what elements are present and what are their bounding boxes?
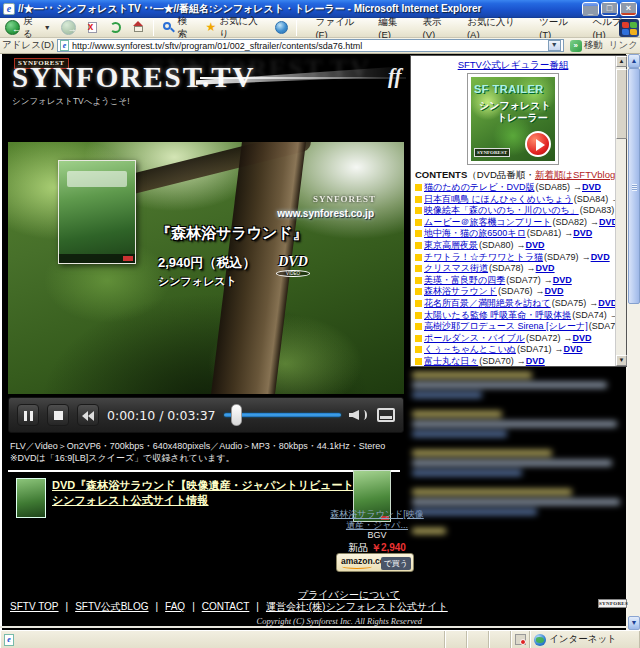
content-title-link[interactable]: 東京高層夜景 <box>424 240 478 250</box>
content-title-link[interactable]: ムービー＠旅客機コンプリート <box>424 217 551 227</box>
video-overlay-brand: シンフォレスト <box>158 274 237 289</box>
content-dvd-link[interactable]: DVD <box>545 286 564 296</box>
address-dropdown-icon[interactable]: ▼ <box>548 40 561 51</box>
bullet-icon <box>415 242 422 249</box>
content-title-link[interactable]: 美瑛・富良野の四季 <box>424 275 505 285</box>
status-bar: e インターネット <box>0 630 640 648</box>
volume-button[interactable] <box>349 407 369 423</box>
content-title-link[interactable]: 花名所百景／満開絶景を訪ねて <box>424 298 551 308</box>
footer-link[interactable]: FAQ <box>165 601 185 612</box>
browser-scrollbar[interactable]: ▲ ▼ <box>628 54 640 630</box>
back-button[interactable]: ← 戻る▼ <box>0 19 56 37</box>
footer-link[interactable]: CONTACT <box>202 601 250 612</box>
content-title-link[interactable]: 富士丸な日々 <box>424 356 478 366</box>
links-label[interactable]: リンク <box>609 39 638 52</box>
content-code: (SDA85) <box>535 182 570 192</box>
content-dvd-link[interactable]: DVD <box>591 252 610 262</box>
video-watermark-brand: SYNFOREST <box>313 194 376 204</box>
seek-bar[interactable] <box>224 408 341 422</box>
browser-scrollbar-thumb[interactable] <box>628 68 640 304</box>
pause-icon <box>24 411 27 421</box>
iframe-scrollbar-thumb[interactable] <box>616 69 627 139</box>
pause-button[interactable] <box>17 404 39 426</box>
iframe-scrollbar[interactable]: ▲ ▼ <box>615 56 626 366</box>
privacy-link[interactable]: プライバシーについて <box>298 589 400 600</box>
search-button[interactable]: 検索 <box>157 19 201 37</box>
content-dvd-link[interactable]: DVD <box>553 275 572 285</box>
content-code: (SDA76) <box>498 286 533 296</box>
dvd-thumbnail[interactable] <box>16 478 46 518</box>
list-item: 猫のためのテレビ・DVD版(SDA85)→DVD <box>415 182 615 194</box>
forward-button[interactable]: → <box>56 19 81 37</box>
scroll-down-icon[interactable]: ▼ <box>616 355 627 366</box>
content-dvd-link[interactable]: DVD <box>572 333 591 343</box>
rewind-button[interactable] <box>77 404 99 426</box>
content-dvd-link[interactable]: DVD <box>563 344 582 354</box>
content-title-link[interactable]: チワトラ！☆チワワとトラ猫 <box>424 252 543 262</box>
amazon-buy-button[interactable]: amazon.co.jp で買う <box>336 553 414 572</box>
ie-logo-icon: e <box>3 3 15 15</box>
bullet-icon <box>415 288 422 295</box>
globe-icon <box>534 634 546 646</box>
trailer-thumbnail[interactable]: SF TRAILER シンフォレスト トレーラー SYNFOREST <box>467 73 559 165</box>
official-site-link[interactable]: シンフォレスト公式サイト情報 <box>52 493 209 508</box>
content-title-link[interactable]: 森林浴サラウンド <box>424 286 497 296</box>
home-button[interactable] <box>127 19 150 37</box>
go-button[interactable]: » 移動 <box>567 39 606 52</box>
address-input[interactable]: e http://www.synforest.tv/sftv/program/0… <box>57 39 564 52</box>
content-dvd-link[interactable]: DVD <box>573 228 592 238</box>
scroll-up-icon[interactable]: ▲ <box>616 56 627 67</box>
forward-icon: → <box>61 20 76 35</box>
list-item: 高樹沙耶プロデュース Sirena [シレーナ](SDA73)→DVD <box>415 321 615 333</box>
home-icon <box>132 21 145 34</box>
content-title-link[interactable]: くぅ～ちゃんとこいぬ <box>424 344 516 354</box>
content-dvd-link[interactable]: DVD <box>599 217 615 227</box>
content-dvd-link[interactable]: DVD <box>526 356 545 366</box>
bullet-icon <box>415 196 422 203</box>
stop-playback-icon <box>54 411 63 420</box>
content-dvd-link[interactable]: DVD <box>598 298 615 308</box>
content-code: (SDA81) <box>527 228 562 238</box>
content-dvd-link[interactable]: DVD <box>536 263 555 273</box>
scroll-up-icon[interactable]: ▲ <box>628 54 640 68</box>
content-title-link[interactable]: 太陽いたる監修 呼吸革命・呼吸体操 <box>424 310 571 320</box>
sftvblog-link[interactable]: 新着順はSFTVblogでチェック） <box>535 169 615 180</box>
content-title-link[interactable]: 猫のためのテレビ・DVD版 <box>424 182 534 192</box>
favorites-button[interactable]: ★ お気に入り <box>201 19 271 37</box>
contents-heading: CONTENTS（DVD品番順・新着順はSFTVblogでチェック） <box>415 169 615 182</box>
seek-handle[interactable] <box>231 404 242 426</box>
stop-playback-button[interactable] <box>47 404 69 426</box>
popup-blocked-cell <box>511 631 530 648</box>
dvd-info-link[interactable]: DVD『森林浴サラウンド【映像遺産・ジャパントリビュート】』 <box>52 478 376 493</box>
footer-link[interactable]: 運営会社:(株)シンフォレスト公式サイト <box>266 601 448 612</box>
video-overlay-title: 『森林浴サラウンド』 <box>156 224 308 243</box>
content-title-link[interactable]: クリスマス街道 <box>424 263 488 273</box>
list-item: 日本百鳴鳥 にほんひゃくめいちょう(SDA84)→DVD <box>415 194 615 206</box>
video-player[interactable]: SYNFOREST www.synforest.co.jp 『森林浴サラウンド』… <box>8 142 404 394</box>
content-code: (SDA72) <box>526 333 561 343</box>
history-button[interactable] <box>270 19 293 37</box>
list-item: クリスマス街道(SDA78)→DVD <box>415 263 615 275</box>
content-code: (SDA73) <box>589 321 615 331</box>
content-title-link[interactable]: ポールダンス・バイブル <box>424 333 525 343</box>
go-icon: » <box>570 40 582 52</box>
content-title-link[interactable]: 日本百鳴鳥 にほんひゃくめいちょう <box>424 194 573 204</box>
content-dvd-link[interactable]: DVD <box>526 240 545 250</box>
page-bottom-border <box>0 626 628 628</box>
play-button-icon[interactable] <box>525 131 551 157</box>
stop-button[interactable]: x <box>81 19 104 37</box>
list-item: ムービー＠旅客機コンプリート(SDA82)→DVD <box>415 217 615 229</box>
footer-link[interactable]: SFTV TOP <box>10 601 59 612</box>
back-dropdown-icon[interactable]: ▼ <box>44 24 51 31</box>
content-title-link[interactable]: 地中海・猫の旅6500キロ <box>424 228 526 238</box>
fullscreen-button[interactable] <box>377 408 395 422</box>
windows-flag-icon <box>619 19 639 37</box>
list-item: ポールダンス・バイブル(SDA72)→DVD <box>415 333 615 345</box>
content-title-link[interactable]: 高樹沙耶プロデュース Sirena [シレーナ] <box>424 321 588 331</box>
sidebar-top-link[interactable]: SFTV公式レギュラー番組 <box>414 59 612 72</box>
refresh-button[interactable] <box>104 19 127 37</box>
footer-link[interactable]: SFTV公式BLOG <box>75 601 148 612</box>
scroll-down-icon[interactable]: ▼ <box>628 616 640 630</box>
content-title-link[interactable]: 映像絵本「森のいのち・川のいのち」 <box>424 205 579 215</box>
content-dvd-link[interactable]: DVD <box>582 182 601 192</box>
